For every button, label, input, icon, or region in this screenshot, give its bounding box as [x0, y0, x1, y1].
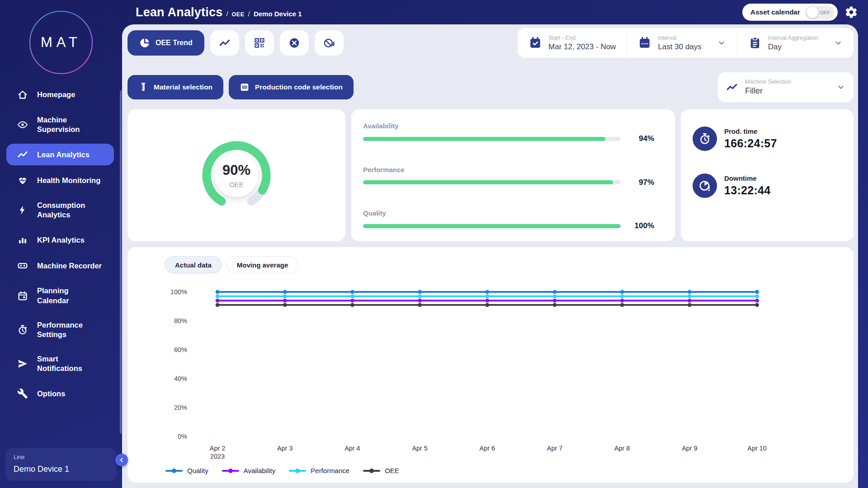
data-point-performance[interactable]: [350, 294, 354, 298]
sidebar-item-label: Machine Supervision: [37, 115, 80, 134]
sidebar-item-smart-notifications[interactable]: Smart Notifications: [6, 349, 114, 379]
data-point-quality[interactable]: [620, 290, 624, 294]
data-point-performance[interactable]: [755, 294, 759, 298]
data-point-performance[interactable]: [620, 294, 624, 298]
chart-mode-moving-average[interactable]: Moving average: [226, 256, 298, 273]
sidebar-item-kpi-analytics[interactable]: KPI Analytics: [6, 229, 114, 251]
data-point-oee[interactable]: [620, 303, 624, 307]
sidebar-item-performance-settings[interactable]: Performance Settings: [6, 315, 114, 345]
data-point-oee[interactable]: [688, 303, 692, 307]
material-selection-button[interactable]: Material selection: [127, 75, 223, 99]
data-point-availability[interactable]: [620, 299, 624, 303]
tab-qr-code[interactable]: [245, 30, 274, 56]
quality-progress-track: [363, 224, 621, 228]
data-point-performance[interactable]: [688, 294, 692, 298]
sidebar-item-options[interactable]: Options: [6, 383, 114, 404]
data-point-performance[interactable]: [485, 294, 489, 298]
data-point-performance[interactable]: [216, 294, 220, 298]
line-chart-svg: 100%80%60%40%20%0%Apr 22023Apr 3Apr 4Apr…: [138, 282, 843, 467]
sidebar-item-machine-supervision[interactable]: Machine Supervision: [6, 110, 114, 140]
data-point-quality[interactable]: [553, 290, 557, 294]
legend-item-availability[interactable]: Availability: [222, 467, 276, 474]
chevron-down-icon: [836, 83, 845, 92]
data-point-oee[interactable]: [755, 303, 759, 307]
data-point-quality[interactable]: [350, 290, 354, 294]
data-point-quality[interactable]: [755, 290, 759, 294]
line-device-card[interactable]: Line Demo Device 1: [5, 448, 117, 481]
calendar-check-icon: [528, 36, 542, 50]
data-point-oee[interactable]: [485, 303, 489, 307]
legend-swatch: [289, 470, 306, 472]
data-point-oee[interactable]: [216, 303, 220, 307]
data-point-availability[interactable]: [755, 299, 759, 303]
heart-pulse-icon: [17, 175, 28, 186]
chevron-down-icon: [717, 38, 726, 47]
legend-item-quality[interactable]: Quality: [165, 467, 208, 474]
prod-time-row: Prod. time 166:24:57: [693, 127, 842, 151]
breadcrumb-device[interactable]: Demo Device 1: [254, 10, 302, 18]
top-header: Lean Analytics / OEE / Demo Device 1 Ass…: [122, 0, 868, 24]
performance-label: Performance: [363, 166, 654, 174]
asset-calendar-toggle[interactable]: OFF: [806, 6, 835, 19]
data-point-quality[interactable]: [485, 290, 489, 294]
sidebar-item-homepage[interactable]: Homepage: [6, 84, 114, 106]
data-point-oee[interactable]: [283, 303, 287, 307]
sidebar-item-lean-analytics[interactable]: Lean Analytics: [6, 144, 114, 165]
interval-value: Last 30 days: [658, 42, 701, 52]
sidebar-item-planning-calendar[interactable]: Planning Calendar: [6, 281, 114, 310]
data-point-oee[interactable]: [418, 303, 422, 307]
interval-filter[interactable]: Interval Last 30 days: [627, 28, 736, 58]
availability-value: 94%: [629, 134, 654, 143]
kpi-bars-card: Availability 94% Performance: [351, 109, 675, 241]
data-point-quality[interactable]: [283, 290, 287, 294]
sidebar-collapse-button[interactable]: [115, 454, 128, 466]
start-end-value: Mar 12, 2023 - Now: [548, 42, 616, 52]
data-point-performance[interactable]: [418, 294, 422, 298]
data-point-quality[interactable]: [418, 290, 422, 294]
data-point-availability[interactable]: [485, 299, 489, 303]
data-point-quality[interactable]: [216, 290, 220, 294]
legend-item-oee[interactable]: OEE: [363, 467, 399, 474]
asset-calendar-control[interactable]: Asset calendar OFF: [742, 4, 838, 21]
production-code-selection-button[interactable]: Production code selection: [229, 75, 354, 99]
data-point-availability[interactable]: [283, 299, 287, 303]
toggle-knob: [807, 6, 818, 18]
machine-selection-dropdown[interactable]: Machine Selection Filler: [718, 72, 854, 102]
downtime-value: 13:22:44: [724, 184, 770, 197]
data-point-performance[interactable]: [553, 294, 557, 298]
tab-oee-trend[interactable]: OEE Trend: [127, 30, 204, 56]
data-point-availability[interactable]: [216, 299, 220, 303]
data-point-performance[interactable]: [283, 294, 287, 298]
data-point-oee[interactable]: [553, 303, 557, 307]
calendar-icon: [17, 291, 28, 301]
data-point-oee[interactable]: [350, 303, 354, 307]
aggregation-filter[interactable]: Interval Aggregation Day: [737, 28, 854, 58]
tab-cancel-circle[interactable]: [280, 30, 309, 56]
recorder-icon: [17, 260, 28, 271]
performance-bar-row: Performance 97%: [363, 166, 654, 187]
tab-no-data-chart[interactable]: [315, 30, 344, 56]
data-point-availability[interactable]: [350, 299, 354, 303]
data-point-availability[interactable]: [553, 299, 557, 303]
tab-trend[interactable]: [210, 30, 239, 56]
legend-item-performance[interactable]: Performance: [289, 467, 349, 474]
downtime-clock-icon: [698, 179, 711, 192]
eye-icon: [17, 119, 28, 130]
settings-button[interactable]: [844, 5, 858, 19]
data-point-quality[interactable]: [688, 290, 692, 294]
sidebar-item-health-monitoring[interactable]: Health Monitoring: [6, 169, 114, 191]
quality-value: 100%: [629, 221, 654, 230]
sidebar-scrollbar[interactable]: [120, 90, 122, 434]
start-end-filter[interactable]: Start - End Mar 12, 2023 - Now: [518, 28, 627, 58]
chart-mode-actual-data[interactable]: Actual data: [165, 256, 222, 273]
quality-progress-fill: [363, 224, 621, 228]
legend-label: Availability: [244, 467, 276, 474]
data-point-availability[interactable]: [418, 299, 422, 303]
sidebar-item-consumption-analytics[interactable]: Consumption Analytics: [6, 195, 114, 225]
sidebar-item-label: Options: [37, 389, 65, 399]
sidebar-item-machine-recorder[interactable]: Machine Recorder: [6, 255, 114, 277]
sidebar: MAT HomepageMachine SupervisionLean Anal…: [0, 0, 122, 488]
breadcrumb-oee[interactable]: OEE: [232, 11, 245, 18]
y-axis-tick: 20%: [174, 404, 187, 411]
data-point-availability[interactable]: [688, 299, 692, 303]
